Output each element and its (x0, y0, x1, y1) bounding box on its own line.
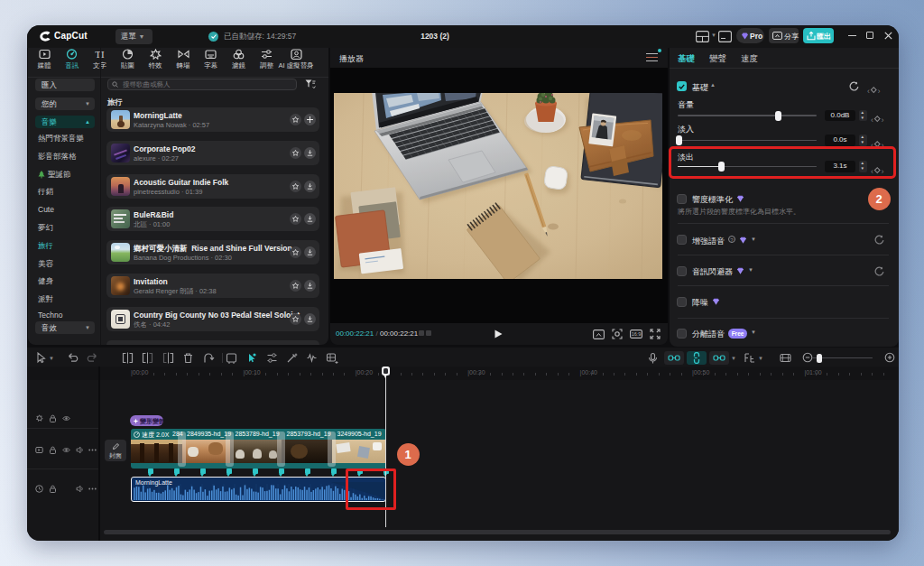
svg-text:16:9: 16:9 (631, 331, 641, 337)
